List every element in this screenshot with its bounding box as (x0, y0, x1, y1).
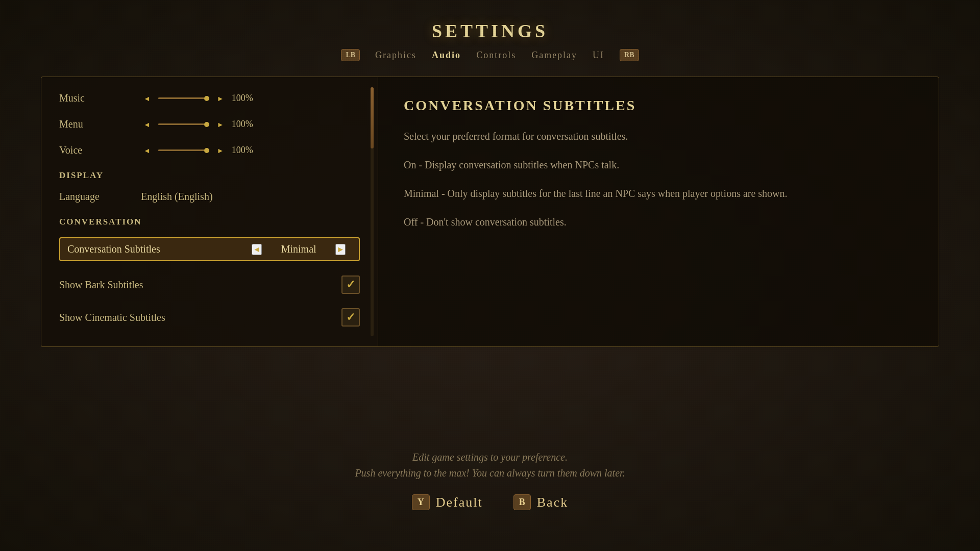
music-left-arrow[interactable]: ◄ (141, 93, 153, 104)
default-label: Default (436, 495, 483, 510)
right-description-3: Minimal - Only display subtitles for the… (404, 185, 913, 202)
footer-buttons: Y Default B Back (0, 494, 980, 510)
voice-slider-track[interactable] (158, 149, 209, 151)
rb-button[interactable]: RB (620, 49, 639, 61)
music-slider-fill (158, 97, 204, 99)
conversation-subtitles-left-arrow[interactable]: ◄ (252, 244, 262, 255)
tab-gameplay[interactable]: Gameplay (531, 50, 577, 61)
language-label: Language (59, 191, 141, 203)
cinematic-subtitles-label: Show Cinematic Subtitles (59, 312, 341, 323)
right-panel: CONVERSATION SUBTITLES Select your prefe… (378, 77, 939, 347)
voice-slider-fill (158, 149, 204, 151)
menu-value: 100% (232, 119, 262, 130)
footer: Edit game settings to your preference. P… (0, 452, 980, 510)
conversation-subtitles-value: Minimal (268, 243, 329, 255)
voice-left-arrow[interactable]: ◄ (141, 145, 153, 156)
tab-ui[interactable]: UI (593, 50, 604, 61)
back-badge: B (513, 494, 531, 510)
conversation-subtitles-label: Conversation Subtitles (67, 243, 246, 255)
voice-label: Voice (59, 144, 141, 156)
tab-controls[interactable]: Controls (476, 50, 516, 61)
voice-slider-container: ◄ ► 100% (141, 145, 360, 156)
left-panel: Music ◄ ► 100% Menu ◄ ► 100% (41, 77, 378, 347)
voice-value: 100% (232, 145, 262, 156)
lb-button[interactable]: LB (341, 49, 360, 61)
conversation-subtitles-right-arrow[interactable]: ► (335, 244, 346, 255)
settings-header: SETTINGS LB Graphics Audio Controls Game… (0, 0, 980, 61)
right-description-1: Select your preferred format for convers… (404, 128, 913, 144)
language-value: English (English) (141, 191, 213, 203)
nav-tabs: LB Graphics Audio Controls Gameplay UI R… (0, 49, 980, 61)
bark-subtitles-checkmark: ✓ (346, 278, 355, 291)
menu-slider-track[interactable] (158, 123, 209, 125)
bark-subtitles-row: Show Bark Subtitles ✓ (59, 276, 360, 294)
footer-hint-2: Push everything to the max! You can alwa… (0, 467, 980, 479)
back-label: Back (537, 495, 568, 510)
music-slider-container: ◄ ► 100% (141, 93, 360, 104)
right-description-2: On - Display conversation subtitles when… (404, 157, 913, 173)
music-right-arrow[interactable]: ► (214, 93, 227, 104)
voice-right-arrow[interactable]: ► (214, 145, 227, 156)
right-panel-title: CONVERSATION SUBTITLES (404, 97, 913, 114)
scrollbar-thumb[interactable] (371, 87, 374, 148)
music-value: 100% (232, 93, 262, 104)
menu-label: Menu (59, 118, 141, 130)
bark-subtitles-checkbox[interactable]: ✓ (341, 276, 360, 294)
music-slider-thumb (204, 96, 209, 101)
main-content: Music ◄ ► 100% Menu ◄ ► 100% (41, 77, 939, 347)
display-section-label: DISPLAY (59, 170, 360, 181)
menu-slider-thumb (204, 122, 209, 127)
tab-graphics[interactable]: Graphics (375, 50, 416, 61)
page-title: SETTINGS (0, 20, 980, 42)
conversation-section-label: CONVERSATION (59, 217, 360, 227)
menu-left-arrow[interactable]: ◄ (141, 119, 153, 130)
default-badge: Y (412, 494, 430, 510)
default-button[interactable]: Y Default (412, 494, 483, 510)
menu-setting-row: Menu ◄ ► 100% (59, 118, 360, 130)
cinematic-subtitles-row: Show Cinematic Subtitles ✓ (59, 308, 360, 327)
menu-slider-fill (158, 123, 204, 125)
music-setting-row: Music ◄ ► 100% (59, 92, 360, 104)
back-button[interactable]: B Back (513, 494, 568, 510)
voice-slider-thumb (204, 148, 209, 153)
conversation-subtitles-selector[interactable]: Conversation Subtitles ◄ Minimal ► (59, 237, 360, 261)
voice-setting-row: Voice ◄ ► 100% (59, 144, 360, 156)
tab-audio[interactable]: Audio (432, 50, 461, 61)
cinematic-subtitles-checkmark: ✓ (346, 311, 355, 324)
footer-hint-1: Edit game settings to your preference. (0, 452, 980, 463)
music-label: Music (59, 92, 141, 104)
menu-slider-container: ◄ ► 100% (141, 119, 360, 130)
menu-right-arrow[interactable]: ► (214, 119, 227, 130)
right-description-4: Off - Don't show conversation subtitles. (404, 214, 913, 230)
music-slider-track[interactable] (158, 97, 209, 99)
bark-subtitles-label: Show Bark Subtitles (59, 279, 341, 291)
cinematic-subtitles-checkbox[interactable]: ✓ (341, 308, 360, 327)
language-row: Language English (English) (59, 191, 360, 203)
